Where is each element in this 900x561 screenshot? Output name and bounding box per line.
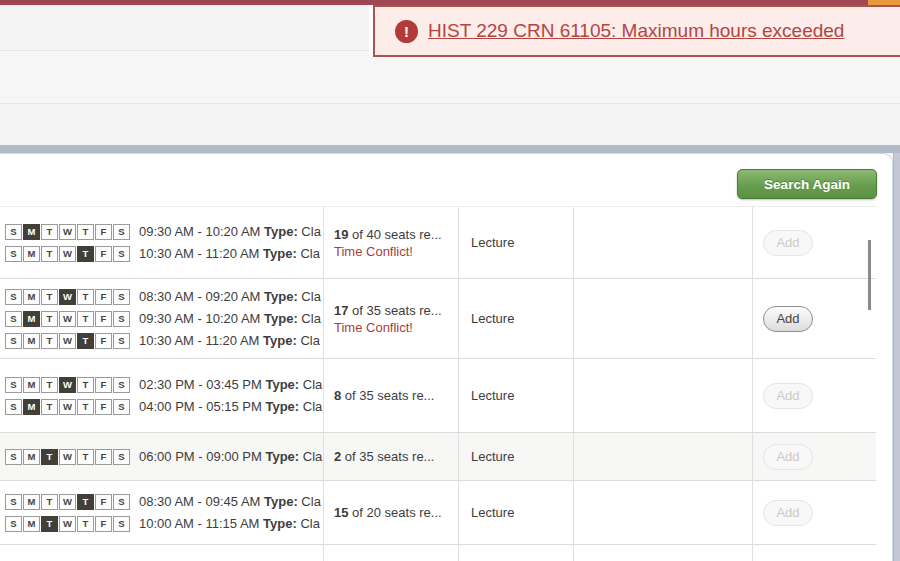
day-box: S [5, 333, 22, 349]
panel-right-edge [893, 153, 900, 561]
day-box: M [23, 246, 40, 262]
day-box-selected: W [59, 377, 76, 393]
seats-remaining: 17 of 35 seats re... [334, 302, 458, 319]
day-box-selected: M [23, 224, 40, 240]
type-label: Type: [263, 516, 297, 531]
meeting-line: SMTWTFS10:30 AM - 11:20 AM Type: Cla [5, 246, 323, 262]
day-box: T [41, 289, 58, 305]
add-cell: Add [752, 359, 876, 432]
add-cell: Add [752, 481, 876, 544]
add-cell: Add [752, 207, 876, 278]
seats-count: 15 [334, 505, 348, 520]
day-box: W [59, 449, 76, 465]
result-row: SMTWTFS06:00 PM - 09:00 PM Type: Cla2 of… [0, 433, 876, 481]
day-box: S [113, 516, 130, 532]
registration-results-screen: Search Again SMTWTFS09:30 AM - 10:20 AM … [0, 0, 900, 561]
day-box: M [23, 449, 40, 465]
day-box: F [95, 399, 112, 415]
day-box-selected: M [23, 399, 40, 415]
seats-remaining: 19 of 40 seats re... [334, 226, 458, 243]
meeting-time: 10:30 AM - 11:20 AM Type: Cla [139, 246, 320, 261]
schedule-type-cell: Lecture [458, 207, 573, 278]
meeting-line: SMTWTFS06:00 PM - 09:00 PM Type: Cla [5, 449, 323, 465]
meeting-schedule-cell: SMTWTFS06:00 PM - 09:00 PM Type: Cla [0, 433, 323, 480]
type-label: Type: [265, 399, 299, 414]
status-cell-empty [573, 359, 752, 432]
day-box: T [77, 516, 94, 532]
search-again-button[interactable]: Search Again [737, 169, 877, 199]
day-box: T [41, 494, 58, 510]
meeting-time: 08:30 AM - 09:20 AM Type: Cla [139, 289, 321, 304]
add-cell: Add [752, 433, 876, 480]
meeting-schedule-cell: SMTWTFS09:30 AM - 10:20 AM Type: ClaSMTW… [0, 207, 323, 278]
day-box: S [113, 399, 130, 415]
day-box-selected: M [23, 311, 40, 327]
status-cell-empty [573, 279, 752, 358]
schedule-type-cell: Lecture [458, 433, 573, 480]
scrollbar-thumb[interactable] [868, 240, 871, 310]
day-box: T [41, 311, 58, 327]
schedule-type-label: Lecture [471, 388, 573, 403]
type-label: Type: [263, 333, 297, 348]
meeting-schedule-cell: SMTWTFS02:30 PM - 03:45 PM Type: ClaSMTW… [0, 359, 323, 432]
meeting-time: 09:30 AM - 10:20 AM Type: Cla [139, 311, 321, 326]
seats-remaining: 2 of 35 seats re... [334, 448, 458, 465]
meeting-line: SMTWTFS09:30 AM - 10:20 AM Type: Cla [5, 311, 323, 327]
day-box: M [23, 377, 40, 393]
add-button: Add [763, 444, 813, 470]
add-button: Add [763, 500, 813, 526]
day-box: M [23, 494, 40, 510]
day-box-selected: T [77, 246, 94, 262]
day-box: M [23, 333, 40, 349]
seats-count: 2 [334, 449, 341, 464]
type-label: Type: [264, 311, 298, 326]
day-box: T [77, 449, 94, 465]
day-box-selected: T [41, 449, 58, 465]
day-box-selected: W [59, 289, 76, 305]
day-box: S [113, 311, 130, 327]
day-box: T [77, 377, 94, 393]
day-box: W [59, 516, 76, 532]
day-box: S [5, 377, 22, 393]
day-box: M [23, 289, 40, 305]
day-box: T [41, 246, 58, 262]
day-box: S [5, 311, 22, 327]
day-box: S [113, 246, 130, 262]
meeting-time: 10:00 AM - 11:15 AM Type: Cla [139, 516, 320, 531]
day-box-selected: T [77, 494, 94, 510]
day-box: S [5, 449, 22, 465]
meeting-time: 02:30 PM - 03:45 PM Type: Cla [139, 377, 322, 392]
meeting-line: SMTWTFS08:30 AM - 09:45 AM Type: Cla [5, 494, 323, 510]
day-box: S [5, 516, 22, 532]
type-label: Type: [265, 449, 299, 464]
add-button[interactable]: Add [763, 306, 813, 332]
day-box: F [95, 246, 112, 262]
header-strip-2 [0, 51, 900, 104]
time-conflict-label: Time Conflict! [334, 319, 458, 336]
day-box: F [95, 311, 112, 327]
type-label: Type: [264, 224, 298, 239]
day-box: F [95, 333, 112, 349]
type-label: Type: [264, 494, 298, 509]
result-row: SMTWTFS02:30 PM - 03:45 PM Type: ClaSMTW… [0, 359, 876, 433]
search-results-panel: Search Again SMTWTFS09:30 AM - 10:20 AM … [0, 153, 893, 561]
add-button: Add [763, 230, 813, 256]
day-box: F [95, 516, 112, 532]
meeting-time: 10:30 AM - 11:20 AM Type: Cla [139, 333, 320, 348]
day-box: S [5, 289, 22, 305]
schedule-type-label: Lecture [471, 311, 573, 326]
day-box: S [5, 224, 22, 240]
schedule-type-cell: Lecture [458, 481, 573, 544]
notification-link[interactable]: HIST 229 CRN 61105: Maximum hours exceed… [428, 20, 844, 42]
day-box: S [113, 224, 130, 240]
type-label: Type: [264, 289, 298, 304]
meeting-time: 06:00 PM - 09:00 PM Type: Cla [139, 449, 322, 464]
day-selector: SMTWTFS [5, 333, 131, 349]
meeting-line: SMTWTFS02:30 PM - 03:45 PM Type: Cla [5, 377, 323, 393]
meeting-line: SMTWTFS09:30 AM - 10:20 AM Type: Cla [5, 224, 323, 240]
day-box: S [113, 289, 130, 305]
header-strip-3 [0, 104, 900, 145]
day-box: W [59, 494, 76, 510]
meeting-line: SMTWTFS10:30 AM - 11:20 AM Type: Cla [5, 333, 323, 349]
seats-status-cell: 19 of 40 seats re...Time Conflict! [323, 207, 458, 278]
